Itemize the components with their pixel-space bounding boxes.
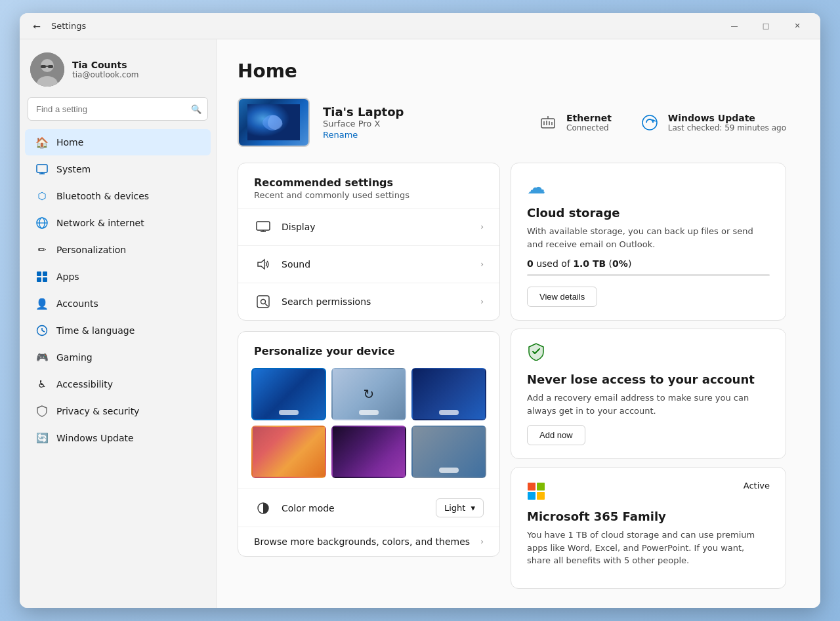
windows-update-status: Windows Update Last checked: 59 minutes … <box>638 111 786 134</box>
windows-update-title: Windows Update <box>668 113 786 123</box>
ethernet-title: Ethernet <box>566 113 612 123</box>
wallpaper-item-5[interactable] <box>331 426 406 478</box>
sidebar-item-label: Time & language <box>56 325 135 336</box>
sidebar-item-label: Home <box>56 137 83 148</box>
sound-label: Sound <box>282 259 471 270</box>
ms365-icon <box>527 482 545 504</box>
cloud-storage-title: Cloud storage <box>527 206 770 220</box>
search-permissions-label: Search permissions <box>282 296 471 307</box>
device-thumbnail <box>238 98 310 147</box>
sidebar-item-system[interactable]: System <box>25 156 211 182</box>
account-security-desc: Add a recovery email address to make sur… <box>527 391 770 417</box>
color-mode-dropdown[interactable]: Light ▾ <box>436 498 484 517</box>
wallpaper-item-2[interactable]: ↻ <box>331 368 406 420</box>
device-bar: Tia's Laptop Surface Pro X Rename Ethern… <box>238 98 786 147</box>
sidebar-item-home[interactable]: 🏠 Home <box>25 129 211 155</box>
device-info: Tia's Laptop Surface Pro X Rename <box>323 105 523 140</box>
svg-rect-20 <box>541 119 555 128</box>
recommended-subtitle: Recent and commonly used settings <box>254 190 484 200</box>
network-icon <box>35 216 49 230</box>
ethernet-info: Ethernet Connected <box>566 113 612 132</box>
svg-marker-30 <box>258 260 264 269</box>
sidebar-item-label: Apps <box>56 271 79 282</box>
gaming-icon: 🎮 <box>35 351 49 364</box>
display-icon <box>254 218 272 236</box>
sidebar-item-time[interactable]: Time & language <box>25 317 211 344</box>
browse-themes-label: Browse more backgrounds, colors, and the… <box>254 536 471 547</box>
sidebar-item-label: Privacy & security <box>56 406 139 416</box>
display-label: Display <box>282 222 471 232</box>
view-details-button[interactable]: View details <box>527 287 597 307</box>
sidebar-item-accessibility[interactable]: ♿ Accessibility <box>25 371 211 397</box>
browse-themes-row[interactable]: Browse more backgrounds, colors, and the… <box>238 527 499 556</box>
sidebar: Tia Counts tia@outlook.com 🔍 🏠 Home Syst <box>20 39 217 608</box>
device-rename-link[interactable]: Rename <box>323 130 523 140</box>
ms365-active-badge: Active <box>744 481 770 491</box>
sidebar-item-accounts[interactable]: 👤 Accounts <box>25 290 211 317</box>
sound-row[interactable]: Sound › <box>238 245 499 283</box>
wallpaper-item-1[interactable] <box>251 368 326 420</box>
device-name: Tia's Laptop <box>323 105 523 119</box>
page-title: Home <box>238 60 786 82</box>
svg-point-26 <box>642 115 657 130</box>
shield-check-icon <box>527 342 770 365</box>
color-mode-icon <box>254 499 272 517</box>
search-icon: 🔍 <box>191 104 201 114</box>
sidebar-item-privacy[interactable]: Privacy & security <box>25 398 211 424</box>
sidebar-item-update[interactable]: 🔄 Windows Update <box>25 425 211 451</box>
personalization-icon: ✏️ <box>35 243 49 256</box>
display-row[interactable]: Display › <box>238 208 499 245</box>
user-profile[interactable]: Tia Counts tia@outlook.com <box>20 39 216 97</box>
close-button[interactable]: ✕ <box>782 16 812 37</box>
sidebar-item-personalization[interactable]: ✏️ Personalization <box>25 237 211 263</box>
browse-themes-chevron: › <box>480 537 484 546</box>
svg-rect-12 <box>37 271 41 276</box>
sidebar-item-bluetooth[interactable]: ⬡ Bluetooth & devices <box>25 183 211 209</box>
cloud-progress-track <box>527 274 770 276</box>
display-chevron: › <box>480 222 484 231</box>
recommended-header: Recommended settings Recent and commonly… <box>238 163 499 208</box>
wallpaper-item-4[interactable] <box>251 426 326 478</box>
window-controls: — □ ✕ <box>719 16 812 37</box>
search-permissions-row[interactable]: Search permissions › <box>238 283 499 320</box>
sidebar-item-label: Windows Update <box>56 433 134 443</box>
device-model: Surface Pro X <box>323 119 523 129</box>
search-input[interactable] <box>28 97 208 121</box>
maximize-button[interactable]: □ <box>751 16 781 37</box>
add-now-button[interactable]: Add now <box>527 425 585 445</box>
recommended-settings-card: Recommended settings Recent and commonly… <box>238 163 500 321</box>
time-icon <box>35 324 49 337</box>
settings-window: ← Settings — □ ✕ <box>20 13 820 608</box>
svg-rect-37 <box>528 492 536 500</box>
wallpaper-item-6[interactable] <box>411 426 486 478</box>
wallpaper-2-icon: ↻ <box>364 386 375 402</box>
sidebar-nav: 🏠 Home System ⬡ Bluetooth & devices <box>20 129 216 452</box>
wallpaper-item-3[interactable] <box>411 368 486 420</box>
sidebar-item-gaming[interactable]: 🎮 Gaming <box>25 344 211 371</box>
bluetooth-icon: ⬡ <box>35 190 49 203</box>
sidebar-item-network[interactable]: Network & internet <box>25 210 211 236</box>
sidebar-item-apps[interactable]: Apps <box>25 264 211 290</box>
svg-rect-15 <box>43 277 47 282</box>
cloud-icon: ☁ <box>527 176 770 198</box>
svg-line-18 <box>42 331 45 332</box>
color-mode-label: Color mode <box>282 503 427 513</box>
apps-icon <box>35 270 49 283</box>
search-box: 🔍 <box>28 97 208 121</box>
svg-rect-36 <box>537 483 545 491</box>
svg-rect-38 <box>537 492 545 500</box>
windows-update-sub: Last checked: 59 minutes ago <box>668 123 786 132</box>
titlebar: ← Settings — □ ✕ <box>20 13 820 39</box>
minimize-button[interactable]: — <box>719 16 749 37</box>
wallpaper-grid: ↻ <box>238 368 499 489</box>
user-info: Tia Counts tia@outlook.com <box>72 60 138 79</box>
home-icon: 🏠 <box>35 136 49 149</box>
recommended-title: Recommended settings <box>254 176 484 189</box>
update-icon: 🔄 <box>35 431 49 445</box>
back-button[interactable]: ← <box>28 17 46 35</box>
avatar <box>30 52 64 87</box>
search-permissions-icon <box>254 292 272 311</box>
cloud-total: 1.0 TB <box>573 258 606 269</box>
sidebar-item-label: Accounts <box>56 298 98 309</box>
system-icon <box>35 163 49 176</box>
